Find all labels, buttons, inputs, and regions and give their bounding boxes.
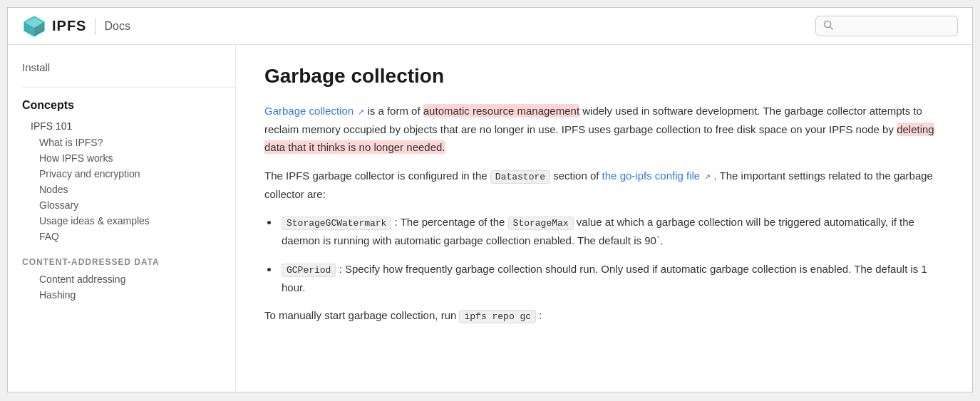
sidebar-item-hashing[interactable]: Hashing bbox=[22, 287, 235, 303]
docs-label: Docs bbox=[104, 20, 130, 33]
logo-text: IPFS bbox=[52, 18, 86, 34]
config-paragraph: The IPFS garbage collector is configured… bbox=[264, 167, 938, 204]
sidebar-install-link[interactable]: Install bbox=[22, 59, 235, 75]
logo-area: IPFS bbox=[22, 14, 86, 38]
sidebar-item-usage-ideas[interactable]: Usage ideas & examples bbox=[22, 213, 235, 229]
sidebar-item-privacy-encryption[interactable]: Privacy and encryption bbox=[22, 166, 235, 182]
storage-gc-watermark-code: StorageGCWatermark bbox=[282, 217, 391, 230]
sidebar-item-nodes[interactable]: Nodes bbox=[22, 182, 235, 197]
sidebar-concepts-title: Concepts bbox=[22, 99, 235, 112]
sidebar-content-addressed-title: CONTENT-ADDRESSED DATA bbox=[22, 257, 235, 267]
external-link-icon: ↗ bbox=[358, 105, 364, 119]
content-area: Garbage collection Garbage collection ↗ … bbox=[236, 45, 972, 392]
search-bar[interactable] bbox=[815, 16, 958, 36]
gc-period-code: GCPeriod bbox=[282, 264, 336, 277]
search-input[interactable] bbox=[837, 21, 950, 32]
app-container: IPFS Docs Install Concepts IPFS 101 What… bbox=[7, 7, 973, 392]
sidebar-item-how-ipfs-works[interactable]: How IPFS works bbox=[22, 150, 235, 166]
search-icon bbox=[823, 20, 833, 32]
sidebar-item-glossary[interactable]: Glossary bbox=[22, 197, 235, 213]
list-item-gc-period: GCPeriod : Specify how frequently garbag… bbox=[279, 260, 938, 297]
header-divider bbox=[95, 18, 96, 35]
sidebar-item-faq[interactable]: FAQ bbox=[22, 229, 235, 244]
list-item-storage-gc: StorageGCWatermark : The percentage of t… bbox=[279, 213, 938, 250]
intro-paragraph: Garbage collection ↗ is a form of automa… bbox=[264, 102, 938, 157]
go-ipfs-config-link[interactable]: the go-ipfs config file ↗ bbox=[602, 170, 711, 182]
sidebar: Install Concepts IPFS 101 What is IPFS? … bbox=[8, 45, 236, 392]
sidebar-divider bbox=[22, 87, 235, 88]
header: IPFS Docs bbox=[8, 8, 972, 45]
sidebar-item-ipfs101[interactable]: IPFS 101 bbox=[22, 118, 235, 135]
page-title: Garbage collection bbox=[264, 65, 938, 88]
highlight-auto-resource: automatic resource management bbox=[423, 104, 579, 118]
settings-list: StorageGCWatermark : The percentage of t… bbox=[279, 213, 938, 296]
ipfs-logo-icon bbox=[22, 14, 46, 38]
sidebar-item-content-addressing[interactable]: Content addressing bbox=[22, 271, 235, 287]
ipfs-repo-gc-code: ipfs repo gc bbox=[459, 310, 536, 323]
sidebar-item-what-is-ipfs[interactable]: What is IPFS? bbox=[22, 135, 235, 150]
main-layout: Install Concepts IPFS 101 What is IPFS? … bbox=[8, 45, 972, 392]
manual-gc-paragraph: To manually start garbage collection, ru… bbox=[264, 306, 938, 325]
datastore-code: Datastore bbox=[490, 170, 550, 184]
svg-line-5 bbox=[830, 27, 833, 30]
gc-link[interactable]: Garbage collection ↗ bbox=[264, 105, 364, 117]
sidebar-install-section: Install bbox=[22, 59, 235, 75]
external-link-icon2: ↗ bbox=[704, 170, 711, 184]
storage-max-code: StorageMax bbox=[508, 217, 574, 230]
